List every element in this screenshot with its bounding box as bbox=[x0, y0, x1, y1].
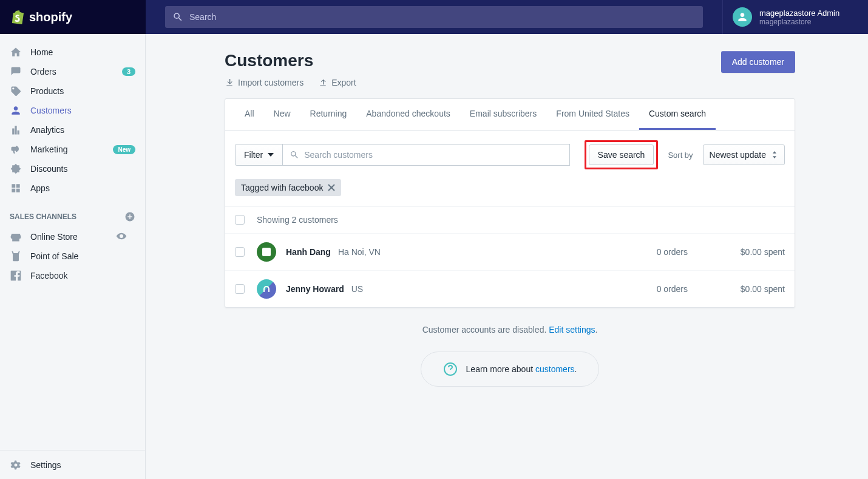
help-icon bbox=[443, 362, 458, 376]
filter-label: Filter bbox=[244, 150, 263, 160]
import-customers-action[interactable]: Import customers bbox=[225, 78, 303, 87]
customers-help-link[interactable]: customers bbox=[535, 364, 575, 374]
add-icon[interactable] bbox=[124, 211, 135, 222]
view-store-icon[interactable] bbox=[116, 231, 135, 243]
customer-avatar bbox=[257, 242, 276, 262]
caret-down-icon bbox=[268, 152, 274, 158]
page-title: Customers bbox=[225, 51, 356, 70]
megaphone-icon bbox=[10, 143, 22, 155]
sidebar: Home Orders3 Products Customers Analytic… bbox=[0, 34, 146, 479]
action-label: Import customers bbox=[238, 78, 303, 87]
tab-custom-search[interactable]: Custom search bbox=[639, 99, 716, 130]
facebook-icon bbox=[10, 270, 22, 282]
add-customer-button[interactable]: Add customer bbox=[721, 51, 795, 73]
accounts-disabled-note: Customer accounts are disabled. Edit set… bbox=[225, 325, 795, 335]
nav-discounts[interactable]: Discounts bbox=[0, 159, 145, 178]
nav-analytics[interactable]: Analytics bbox=[0, 120, 145, 140]
customer-avatar bbox=[257, 279, 276, 299]
tag-label: Tagged with facebook bbox=[241, 183, 323, 192]
shopify-bag-icon bbox=[11, 10, 24, 24]
logo[interactable]: shopify bbox=[0, 0, 146, 34]
nav-online-store[interactable]: Online Store bbox=[0, 227, 145, 246]
export-action[interactable]: Export bbox=[318, 78, 356, 87]
tab-abandoned[interactable]: Abandoned checkouts bbox=[356, 99, 460, 130]
footnote-text: . bbox=[595, 325, 597, 335]
nav-label: Discounts bbox=[30, 164, 67, 174]
nav-label: Analytics bbox=[30, 125, 64, 135]
nav-pos[interactable]: Point of Sale bbox=[0, 246, 145, 266]
nav-label: Point of Sale bbox=[30, 251, 78, 261]
nav-home[interactable]: Home bbox=[0, 42, 145, 62]
learn-text: . bbox=[575, 364, 577, 374]
customer-location: US bbox=[351, 284, 363, 294]
nav-marketing[interactable]: MarketingNew bbox=[0, 140, 145, 159]
remove-tag-icon[interactable] bbox=[328, 184, 335, 191]
pos-icon bbox=[10, 250, 22, 262]
user-store: mageplazastore bbox=[759, 18, 839, 26]
nav-apps[interactable]: Apps bbox=[0, 178, 145, 198]
sort-select[interactable]: Newest update bbox=[703, 144, 785, 165]
tab-all[interactable]: All bbox=[235, 99, 264, 130]
nav-label: Orders bbox=[30, 67, 56, 76]
user-avatar bbox=[733, 7, 752, 27]
nav-label: Settings bbox=[30, 460, 61, 470]
section-label: SALES CHANNELS bbox=[10, 212, 76, 221]
global-search[interactable] bbox=[165, 6, 703, 28]
user-menu[interactable]: mageplazastore Admin mageplazastore bbox=[722, 0, 868, 34]
nav-customers[interactable]: Customers bbox=[0, 101, 145, 120]
main-content: Customers Import customers Export Add cu… bbox=[146, 34, 868, 479]
edit-settings-link[interactable]: Edit settings bbox=[549, 325, 595, 335]
new-badge: New bbox=[113, 145, 135, 154]
row-checkbox[interactable] bbox=[235, 247, 245, 257]
nav-label: Marketing bbox=[30, 144, 67, 154]
sort-value: Newest update bbox=[710, 150, 766, 160]
customer-location: Ha Noi, VN bbox=[338, 247, 381, 257]
row-checkbox[interactable] bbox=[235, 284, 245, 294]
analytics-icon bbox=[10, 124, 22, 136]
global-search-wrap bbox=[146, 6, 722, 28]
customer-row[interactable]: Hanh Dang Ha Noi, VN 0 orders $0.00 spen… bbox=[225, 233, 795, 270]
nav-orders[interactable]: Orders3 bbox=[0, 62, 145, 81]
customer-search[interactable] bbox=[282, 144, 569, 166]
list-header: Showing 2 customers bbox=[225, 206, 795, 233]
tab-from-us[interactable]: From United States bbox=[546, 99, 639, 130]
discount-icon bbox=[10, 163, 22, 175]
gear-icon bbox=[10, 459, 22, 471]
nav-label: Home bbox=[30, 47, 53, 57]
orders-icon bbox=[10, 66, 22, 78]
footnote-text: Customer accounts are disabled. bbox=[422, 325, 549, 335]
learn-text: Learn more about bbox=[466, 364, 535, 374]
learn-more-card: Learn more about customers. bbox=[421, 352, 600, 387]
nav-label: Facebook bbox=[30, 271, 67, 280]
customer-row[interactable]: Jenny Howard US 0 orders $0.00 spent bbox=[225, 270, 795, 307]
logo-text: shopify bbox=[29, 10, 72, 24]
showing-text: Showing 2 customers bbox=[257, 215, 338, 225]
nav-settings[interactable]: Settings bbox=[0, 450, 145, 479]
global-search-input[interactable] bbox=[189, 12, 696, 22]
topbar: shopify mageplazastore Admin mageplazast… bbox=[0, 0, 868, 34]
customers-icon bbox=[10, 104, 22, 117]
filter-button[interactable]: Filter bbox=[235, 144, 283, 166]
save-search-highlight: Save search bbox=[585, 140, 659, 169]
orders-badge: 3 bbox=[122, 67, 135, 76]
sales-channels-header: SALES CHANNELS bbox=[0, 198, 145, 227]
search-icon bbox=[172, 12, 183, 22]
user-name: mageplazastore Admin bbox=[759, 8, 839, 18]
download-icon bbox=[225, 78, 234, 87]
nav-facebook[interactable]: Facebook bbox=[0, 266, 145, 285]
save-search-button[interactable]: Save search bbox=[589, 144, 654, 165]
customer-search-input[interactable] bbox=[304, 150, 561, 160]
customer-spent: $0.00 spent bbox=[688, 284, 785, 294]
select-all-checkbox[interactable] bbox=[235, 215, 245, 225]
tab-returning[interactable]: Returning bbox=[300, 99, 357, 130]
tab-new[interactable]: New bbox=[264, 99, 300, 130]
customer-name: Jenny Howard bbox=[286, 284, 344, 294]
nav-products[interactable]: Products bbox=[0, 81, 145, 101]
apps-icon bbox=[10, 182, 22, 194]
tab-email-subscribers[interactable]: Email subscribers bbox=[460, 99, 546, 130]
customer-name: Hanh Dang bbox=[286, 247, 331, 257]
nav-label: Apps bbox=[30, 183, 50, 193]
store-icon bbox=[10, 231, 22, 243]
customer-orders: 0 orders bbox=[597, 284, 688, 294]
tag-icon bbox=[10, 85, 22, 97]
